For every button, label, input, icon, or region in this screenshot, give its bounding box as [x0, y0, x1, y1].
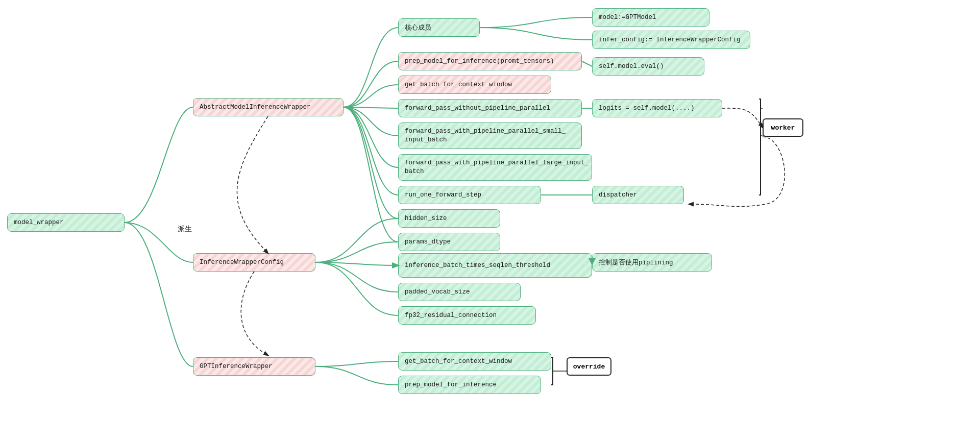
label-override: override — [567, 357, 611, 376]
node-infer-config[interactable]: infer_config:= InferenceWrapperConfig — [592, 31, 750, 49]
node-get-batch-gpt[interactable]: get_batch_for_context_window — [398, 352, 551, 371]
node-padded-vocab[interactable]: padded_vocab_size — [398, 283, 521, 301]
diagram-container: model_wrapper AbstractModelInferenceWrap… — [0, 0, 980, 442]
node-abstract-wrapper[interactable]: AbstractModelInferenceWrapper — [193, 98, 344, 116]
node-model-wrapper[interactable]: model_wrapper — [7, 213, 125, 232]
node-get-batch-context[interactable]: get_batch_for_context_window — [398, 76, 551, 94]
node-hidden-size[interactable]: hidden_size — [398, 209, 500, 228]
node-gpt-wrapper[interactable]: GPTInferenceWrapper — [193, 357, 315, 376]
node-params-dtype[interactable]: params_dtype — [398, 233, 500, 251]
label-derived: 派生 — [178, 225, 192, 234]
node-fwd-large[interactable]: forward_pass_with_pipeline_parallel_larg… — [398, 154, 592, 181]
node-prep-model-gpt[interactable]: prep_model_for_inference — [398, 376, 541, 394]
label-worker: worker — [763, 118, 803, 137]
node-fwd-small[interactable]: forward_pass_with_pipeline_parallel_smal… — [398, 122, 582, 149]
node-model-gpt[interactable]: model:=GPTModel — [592, 8, 709, 27]
node-pipeline-label[interactable]: 控制是否使用piplining — [592, 253, 712, 272]
node-fp32-residual[interactable]: fp32_residual_connection — [398, 306, 536, 325]
node-infer-batch-threshold[interactable]: inference_batch_times_seqlen_threshold — [398, 253, 592, 278]
node-fwd-no-pipeline[interactable]: forward_pass_without_pipeline_parallel — [398, 99, 582, 117]
node-dispatcher[interactable]: dispatcher — [592, 186, 684, 204]
node-run-fwd-step[interactable]: run_one_forward_step — [398, 186, 541, 204]
node-prep-model[interactable]: prep_model_for_inference(promt_tensors) — [398, 52, 582, 70]
node-core-members[interactable]: 核心成员 — [398, 18, 480, 37]
node-logits[interactable]: logits = self.model(....) — [592, 99, 722, 117]
node-self-model-eval[interactable]: self.model.eval() — [592, 57, 704, 76]
node-inference-config[interactable]: InferenceWrapperConfig — [193, 253, 315, 272]
